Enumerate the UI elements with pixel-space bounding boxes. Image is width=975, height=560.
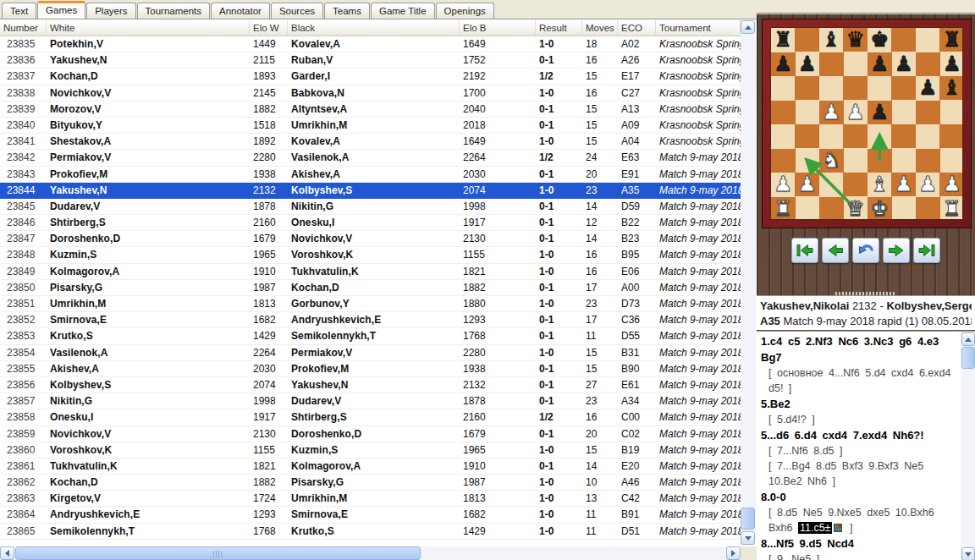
- column-header-elo-b[interactable]: Elo B: [460, 20, 536, 36]
- tab-text[interactable]: Text: [2, 3, 36, 19]
- game-row-23849[interactable]: 23849Kolmagorov,A1910Tukhvatulin,K18211-…: [0, 264, 741, 280]
- tab-game-title[interactable]: Game Title: [371, 3, 435, 19]
- game-row-23846[interactable]: 23846Shtirberg,S2160Onesku,I19170-112B22…: [0, 215, 741, 231]
- game-row-23862[interactable]: 23862Kochan,D1882Pisarsky,G19871-010A46M…: [0, 475, 741, 491]
- white-bishop-e2[interactable]: ♝: [868, 173, 892, 197]
- black-pawn-e5[interactable]: ♟: [868, 101, 892, 125]
- game-row-23863[interactable]: 23863Kirgetov,V1724Umrikhin,M18131-013C4…: [0, 491, 741, 507]
- scroll-right-button[interactable]: [726, 546, 741, 560]
- black-pawn-f7[interactable]: ♟: [892, 52, 917, 77]
- notation-scroll-down-button[interactable]: [961, 547, 975, 560]
- tab-games[interactable]: Games: [37, 1, 85, 19]
- variation-line[interactable]: [ 8.d5 Ne5 9.Nxe5 dxe5 10.Bxh6 Bxh6 11.c…: [761, 505, 959, 535]
- column-header-result[interactable]: Result: [536, 20, 582, 36]
- game-row-23842[interactable]: 23842Permiakov,V2280Vasilenok,A22641/224…: [0, 150, 741, 166]
- game-row-23839[interactable]: 23839Morozov,V1882Altyntsev,A20400-115A1…: [0, 102, 741, 118]
- game-row-23865[interactable]: 23865Semikolennykh,T1768Krutko,S14291-01…: [0, 524, 741, 540]
- game-row-23836[interactable]: 23836Yakushev,N2115Ruban,V17520-116A26Kr…: [0, 52, 741, 69]
- vertical-scrollbar[interactable]: [741, 20, 756, 545]
- game-row-23848[interactable]: 23848Kuzmin,S1965Voroshkov,K11551-016B95…: [0, 247, 741, 263]
- game-row-23861[interactable]: 23861Tukhvatulin,K1821Kolmagorov,A19100-…: [0, 458, 741, 475]
- white-rook-h1[interactable]: ♜: [940, 197, 965, 222]
- black-pawn-b7[interactable]: ♟: [796, 52, 820, 77]
- game-row-23851[interactable]: 23851Umrikhin,M1813Gorbunov,Y18801-023D7…: [0, 296, 741, 312]
- notation-scrollbar[interactable]: [961, 332, 975, 560]
- game-row-23855[interactable]: 23855Akishev,A2030Prokofiev,M19380-115B9…: [0, 361, 741, 377]
- previous-move-button[interactable]: [822, 238, 849, 263]
- column-header-number[interactable]: Number: [0, 20, 47, 36]
- game-row-23850[interactable]: 23850Pisarsky,G1987Kochan,D18820-117A00M…: [0, 280, 741, 296]
- tab-annotator[interactable]: Annotator: [211, 3, 270, 19]
- white-pawn-c5[interactable]: ♟: [819, 101, 844, 125]
- notation-scrollbar-thumb[interactable]: [961, 347, 975, 369]
- tab-openings[interactable]: Openings: [436, 3, 494, 19]
- game-row-23838[interactable]: 23838Novichkov,V2145Babkova,N17001-016C2…: [0, 85, 741, 102]
- scroll-down-button[interactable]: [741, 531, 755, 545]
- game-row-23864[interactable]: 23864Andryushkevich,E1293Smirnova,E16821…: [0, 507, 741, 523]
- white-king-e1[interactable]: ♚: [868, 197, 892, 222]
- black-rook-a8[interactable]: ♜: [771, 28, 796, 52]
- column-header-elo-w[interactable]: Elo W: [250, 20, 288, 36]
- black-queen-d8[interactable]: ♛: [844, 28, 868, 52]
- variation-line[interactable]: [ 7...Bg4 8.d5 Bxf3 9.Bxf3 Ne5 10.Be2 Nh…: [761, 458, 959, 489]
- column-header-black[interactable]: Black: [288, 20, 460, 36]
- game-row-23845[interactable]: 23845Dudarev,V1878Nikitin,G19980-114D59M…: [0, 199, 741, 215]
- variation-line[interactable]: [ 7...Nf6 8.d5 ]: [761, 443, 959, 458]
- game-row-23852[interactable]: 23852Smirnova,E1682Andryushkevich,E12930…: [0, 312, 741, 328]
- game-row-23844[interactable]: 23844Yakushev,N2132Kolbyshev,S20741-023A…: [0, 183, 741, 199]
- black-pawn-h7[interactable]: ♟: [940, 52, 965, 77]
- chess-board[interactable]: ♜♝♛♚♜♟♟♟♟♟♟♝♟♟♟♞♟♟♝♟♟♟♜♛♚♜: [770, 27, 963, 220]
- game-row-23843[interactable]: 23843Prokofiev,M1938Akishev,A20300-120E9…: [0, 167, 741, 183]
- current-move-highlight[interactable]: 11.c5±: [798, 522, 833, 534]
- game-row-23856[interactable]: 23856Kolbyshev,S2074Yakushev,N21320-127E…: [0, 377, 741, 393]
- last-move-button[interactable]: [913, 238, 940, 263]
- black-king-e8[interactable]: ♚: [868, 28, 892, 52]
- game-row-23853[interactable]: 23853Krutko,S1429Semikolennykh,T17680-11…: [0, 328, 741, 344]
- scroll-left-button[interactable]: [0, 546, 14, 560]
- black-rook-h8[interactable]: ♜: [940, 28, 965, 52]
- main-moves-line[interactable]: 5...d6 6.d4 cxd4 7.exd4 Nh6?!: [761, 427, 959, 443]
- game-row-23835[interactable]: 23835Potekhin,V1449Kovalev,A16491-018A02…: [0, 36, 741, 52]
- column-header-eco[interactable]: ECO: [618, 20, 656, 36]
- column-header-moves[interactable]: Moves: [582, 20, 618, 36]
- white-pawn-a2[interactable]: ♟: [771, 173, 796, 197]
- black-bishop-c8[interactable]: ♝: [819, 28, 844, 52]
- variation-line[interactable]: [ 9...Ne5 ]: [761, 552, 959, 560]
- game-row-23859[interactable]: 23859Novichkov,V2130Doroshenko,D16790-12…: [0, 426, 741, 442]
- column-header-tournament[interactable]: Tournament: [656, 20, 741, 36]
- first-move-button[interactable]: [791, 238, 818, 263]
- game-row-23857[interactable]: 23857Nikitin,G1998Dudarev,V18780-123A34M…: [0, 393, 741, 409]
- variation-line[interactable]: [ основное 4...Nf6 5.d4 cxd4 6.exd4 d5! …: [761, 365, 959, 396]
- column-header-white[interactable]: White: [47, 20, 250, 36]
- black-pawn-e7[interactable]: ♟: [868, 52, 892, 77]
- black-bishop-h6[interactable]: ♝: [940, 76, 965, 101]
- game-row-23837[interactable]: 23837Kochan,D1893Garder,I21921/215E17Kra…: [0, 69, 741, 85]
- game-row-23854[interactable]: 23854Vasilenok,A2264Permiakov,V22801-015…: [0, 345, 741, 361]
- black-pawn-g6[interactable]: ♟: [916, 76, 940, 101]
- horizontal-scrollbar-thumb[interactable]: [15, 546, 421, 560]
- white-queen-d1[interactable]: ♛: [844, 197, 868, 222]
- white-rook-a1[interactable]: ♜: [771, 197, 796, 222]
- main-moves-line[interactable]: 5.Be2: [761, 396, 959, 412]
- white-pawn-d5[interactable]: ♟: [844, 101, 868, 125]
- main-moves-line[interactable]: 8.0-0: [761, 489, 959, 505]
- tab-sources[interactable]: Sources: [271, 3, 323, 19]
- white-pawn-b2[interactable]: ♟: [796, 173, 820, 197]
- vertical-scrollbar-thumb[interactable]: [741, 508, 755, 530]
- white-pawn-h2[interactable]: ♟: [940, 173, 965, 197]
- tab-tournaments[interactable]: Tournaments: [137, 3, 210, 19]
- notation-scroll-up-button[interactable]: [961, 332, 975, 346]
- white-knight-c3[interactable]: ♞: [819, 149, 844, 173]
- scroll-up-button[interactable]: [741, 20, 755, 34]
- game-row-23840[interactable]: 23840Bityukov,Y1518Umrikhin,M20180-115A0…: [0, 118, 741, 134]
- white-pawn-g2[interactable]: ♟: [916, 173, 940, 197]
- game-row-23860[interactable]: 23860Voroshkov,K1155Kuzmin,S19651-015B19…: [0, 442, 741, 458]
- main-moves-line[interactable]: 1.c4 c5 2.Nf3 Nc6 3.Nc3 g6 4.e3 Bg7: [761, 333, 959, 365]
- next-move-button[interactable]: [883, 238, 910, 263]
- game-row-23858[interactable]: 23858Onesku,I1917Shtirberg,S21601/216C00…: [0, 409, 741, 425]
- takeback-button[interactable]: [852, 238, 879, 263]
- game-row-23841[interactable]: 23841Shestakov,A1892Kovalev,A16491-015A0…: [0, 134, 741, 150]
- notation-text[interactable]: 1.c4 c5 2.Nf3 Nc6 3.Nc3 g6 4.e3 Bg7[ осн…: [757, 332, 961, 560]
- tab-players[interactable]: Players: [86, 3, 135, 19]
- tab-teams[interactable]: Teams: [324, 3, 370, 19]
